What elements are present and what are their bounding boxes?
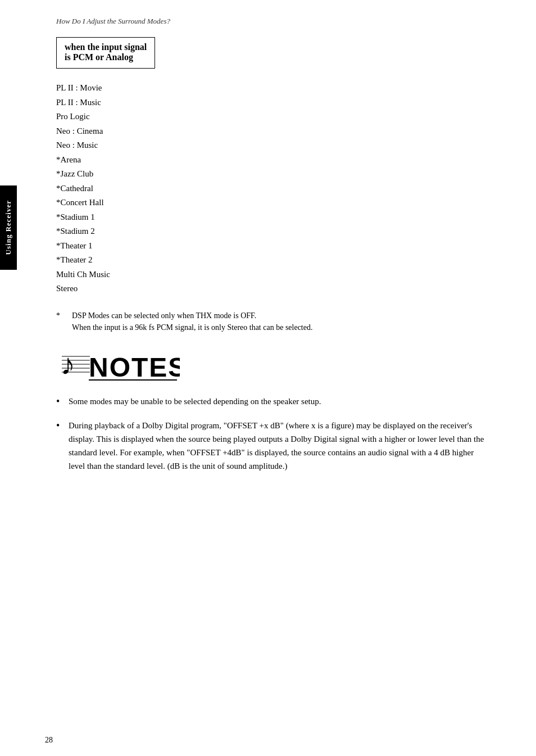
mode-item: PL II : Music: [56, 96, 491, 110]
footnote-line1: DSP Modes can be selected only when THX …: [72, 311, 256, 320]
list-item: • Some modes may be unable to be selecte…: [56, 395, 491, 409]
mode-item: Neo : Cinema: [56, 124, 491, 139]
mode-item: *Theater 2: [56, 253, 491, 268]
sidebar-tab-label: Using Receiver: [4, 200, 13, 255]
bullet-dot: •: [56, 419, 69, 433]
mode-item: *Jazz Club: [56, 167, 491, 182]
bullet-text-1: Some modes may be unable to be selected …: [69, 395, 491, 408]
mode-item: Pro Logic: [56, 110, 491, 124]
section-title-box: when the input signal is PCM or Analog: [56, 37, 155, 69]
notes-banner: ♪ NOTES: [56, 345, 491, 383]
bullet-list: • Some modes may be unable to be selecte…: [56, 395, 491, 473]
mode-item: Stereo: [56, 282, 491, 296]
footnote-text: DSP Modes can be selected only when THX …: [72, 310, 491, 334]
notes-image: ♪ NOTES: [56, 345, 180, 383]
footnote-item: * DSP Modes can be selected only when TH…: [56, 310, 491, 334]
section-title-line1: when the input signal: [65, 42, 147, 52]
mode-item: *Cathedral: [56, 182, 491, 196]
page-header: How Do I Adjust the Surround Modes?: [56, 17, 491, 26]
page-container: Using Receiver How Do I Adjust the Surro…: [0, 0, 536, 756]
mode-item: *Stadium 2: [56, 224, 491, 239]
mode-item: *Arena: [56, 153, 491, 168]
mode-item: Neo : Music: [56, 138, 491, 153]
mode-list: PL II : Movie PL II : Music Pro Logic Ne…: [56, 81, 491, 296]
list-item: • During playback of a Dolby Digital pro…: [56, 419, 491, 473]
svg-text:NOTES: NOTES: [89, 352, 180, 382]
mode-item: *Theater 1: [56, 239, 491, 253]
bullet-text-2: During playback of a Dolby Digital progr…: [69, 419, 491, 473]
page-number: 28: [45, 736, 53, 745]
footnote-star: *: [56, 310, 72, 322]
mode-item: PL II : Movie: [56, 81, 491, 96]
sidebar-tab: Using Receiver: [0, 185, 17, 270]
section-title-line2: is PCM or Analog: [65, 52, 147, 62]
mode-item: *Stadium 1: [56, 210, 491, 225]
bullet-dot: •: [56, 395, 69, 409]
svg-text:♪: ♪: [61, 348, 75, 381]
mode-item: Multi Ch Music: [56, 268, 491, 282]
mode-item: *Concert Hall: [56, 196, 491, 210]
footnote-section: * DSP Modes can be selected only when TH…: [56, 310, 491, 334]
footnote-line2: When the input is a 96k fs PCM signal, i…: [72, 323, 312, 332]
